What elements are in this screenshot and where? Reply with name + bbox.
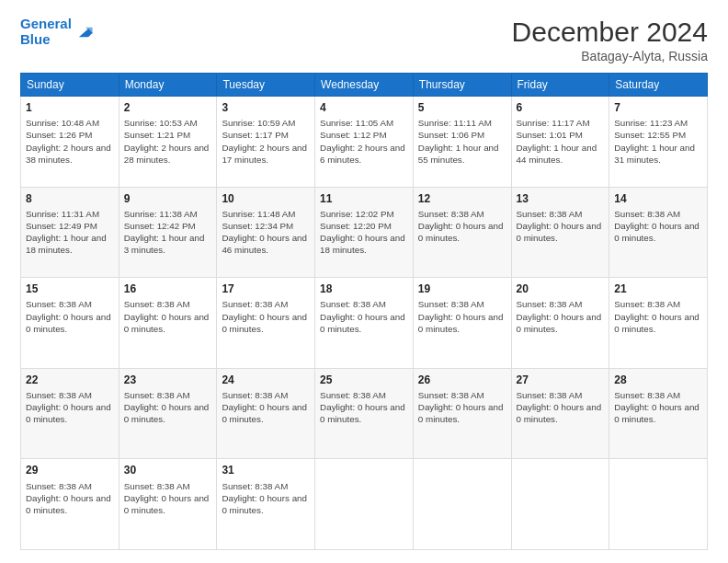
day-number: 29 [26,463,114,477]
day-number: 16 [124,282,212,296]
day-info: Sunrise: 12:02 PM Sunset: 12:20 PM Dayli… [320,208,408,257]
day-info: Sunrise: 11:31 AM Sunset: 12:49 PM Dayli… [26,208,114,257]
day-info: Sunset: 8:38 AM Daylight: 0 hours and 0 … [418,208,506,245]
day-number: 25 [320,373,408,387]
calendar-subtitle: Batagay-Alyta, Russia [512,49,708,63]
day-info: Sunset: 8:38 AM Daylight: 0 hours and 0 … [614,389,702,426]
table-row: 20Sunset: 8:38 AM Daylight: 0 hours and … [511,278,609,369]
table-row: 30Sunset: 8:38 AM Daylight: 0 hours and … [119,459,217,550]
table-row: 23Sunset: 8:38 AM Daylight: 0 hours and … [119,368,217,459]
day-number: 18 [320,282,408,296]
table-row: 3Sunrise: 10:59 AM Sunset: 1:17 PM Dayli… [217,97,315,188]
page: General Blue December 2024 Batagay-Alyta… [0,0,728,563]
table-row: 1Sunrise: 10:48 AM Sunset: 1:26 PM Dayli… [21,97,119,188]
table-row: 19Sunset: 8:38 AM Daylight: 0 hours and … [413,278,511,369]
table-row: 18Sunset: 8:38 AM Daylight: 0 hours and … [315,278,414,369]
day-info: Sunrise: 10:53 AM Sunset: 1:21 PM Daylig… [124,117,212,166]
day-number: 26 [418,373,506,387]
day-info: Sunrise: 11:11 AM Sunset: 1:06 PM Daylig… [418,117,506,166]
day-info: Sunset: 8:38 AM Daylight: 0 hours and 0 … [26,298,114,335]
table-row [511,459,609,550]
day-number: 15 [26,282,114,296]
day-number: 28 [614,373,702,387]
col-wednesday: Wednesday [315,74,414,97]
calendar-header-row: Sunday Monday Tuesday Wednesday Thursday… [21,74,708,97]
day-info: Sunset: 8:38 AM Daylight: 0 hours and 0 … [124,298,212,335]
table-row: 24Sunset: 8:38 AM Daylight: 0 hours and … [217,368,315,459]
table-row: 7Sunrise: 11:23 AM Sunset: 12:55 PM Dayl… [609,97,708,188]
table-row [315,459,414,550]
day-info: Sunset: 8:38 AM Daylight: 0 hours and 0 … [614,208,702,245]
logo-text: General Blue [20,17,72,47]
table-row: 31Sunset: 8:38 AM Daylight: 0 hours and … [217,459,315,550]
day-number: 5 [418,100,506,115]
day-number: 11 [320,191,408,206]
calendar-title: December 2024 [512,17,708,47]
day-number: 13 [517,191,605,206]
day-number: 1 [26,100,114,115]
table-row: 6Sunrise: 11:17 AM Sunset: 1:01 PM Dayli… [511,97,609,188]
day-number: 6 [517,100,605,115]
table-row: 21Sunset: 8:38 AM Daylight: 0 hours and … [609,278,708,369]
calendar-week-4: 22Sunset: 8:38 AM Daylight: 0 hours and … [21,368,708,459]
table-row: 29Sunset: 8:38 AM Daylight: 0 hours and … [21,459,119,550]
logo-icon [74,22,94,42]
table-row: 2Sunrise: 10:53 AM Sunset: 1:21 PM Dayli… [119,97,217,188]
day-info: Sunrise: 11:38 AM Sunset: 12:42 PM Dayli… [124,208,212,257]
table-row: 8Sunrise: 11:31 AM Sunset: 12:49 PM Dayl… [21,187,119,278]
day-info: Sunset: 8:38 AM Daylight: 0 hours and 0 … [517,389,605,426]
calendar-week-3: 15Sunset: 8:38 AM Daylight: 0 hours and … [21,278,708,369]
table-row: 10Sunrise: 11:48 AM Sunset: 12:34 PM Day… [217,187,315,278]
day-number: 23 [124,373,212,387]
day-number: 17 [222,282,310,296]
day-info: Sunset: 8:38 AM Daylight: 0 hours and 0 … [418,389,506,426]
day-number: 2 [124,100,212,115]
table-row: 27Sunset: 8:38 AM Daylight: 0 hours and … [511,368,609,459]
day-number: 21 [614,282,702,296]
calendar-week-1: 1Sunrise: 10:48 AM Sunset: 1:26 PM Dayli… [21,97,708,188]
day-info: Sunrise: 11:05 AM Sunset: 1:12 PM Daylig… [320,117,408,166]
table-row: 5Sunrise: 11:11 AM Sunset: 1:06 PM Dayli… [413,97,511,188]
day-info: Sunrise: 10:59 AM Sunset: 1:17 PM Daylig… [222,117,310,166]
table-row: 4Sunrise: 11:05 AM Sunset: 1:12 PM Dayli… [315,97,414,188]
table-row: 13Sunset: 8:38 AM Daylight: 0 hours and … [511,187,609,278]
calendar-week-2: 8Sunrise: 11:31 AM Sunset: 12:49 PM Dayl… [21,187,708,278]
table-row: 15Sunset: 8:38 AM Daylight: 0 hours and … [21,278,119,369]
table-row: 9Sunrise: 11:38 AM Sunset: 12:42 PM Dayl… [119,187,217,278]
day-info: Sunset: 8:38 AM Daylight: 0 hours and 0 … [26,389,114,426]
day-info: Sunrise: 10:48 AM Sunset: 1:26 PM Daylig… [26,117,114,166]
day-number: 27 [517,373,605,387]
day-info: Sunset: 8:38 AM Daylight: 0 hours and 0 … [26,480,114,517]
day-info: Sunset: 8:38 AM Daylight: 0 hours and 0 … [320,389,408,426]
day-info: Sunset: 8:38 AM Daylight: 0 hours and 0 … [517,208,605,245]
day-number: 20 [517,282,605,296]
col-saturday: Saturday [609,74,708,97]
day-number: 22 [26,373,114,387]
day-number: 7 [614,100,702,115]
day-info: Sunset: 8:38 AM Daylight: 0 hours and 0 … [517,298,605,335]
col-tuesday: Tuesday [217,74,315,97]
day-number: 3 [222,100,310,115]
day-info: Sunset: 8:38 AM Daylight: 0 hours and 0 … [124,389,212,426]
day-info: Sunset: 8:38 AM Daylight: 0 hours and 0 … [320,298,408,335]
title-block: December 2024 Batagay-Alyta, Russia [512,17,708,63]
col-thursday: Thursday [413,74,511,97]
day-number: 14 [614,191,702,206]
table-row: 16Sunset: 8:38 AM Daylight: 0 hours and … [119,278,217,369]
table-row: 11Sunrise: 12:02 PM Sunset: 12:20 PM Day… [315,187,414,278]
header: General Blue December 2024 Batagay-Alyta… [20,17,708,63]
day-number: 10 [222,191,310,206]
table-row: 17Sunset: 8:38 AM Daylight: 0 hours and … [217,278,315,369]
day-info: Sunset: 8:38 AM Daylight: 0 hours and 0 … [614,298,702,335]
table-row [413,459,511,550]
col-friday: Friday [511,74,609,97]
day-info: Sunset: 8:38 AM Daylight: 0 hours and 0 … [124,480,212,517]
day-number: 19 [418,282,506,296]
logo: General Blue [20,17,94,47]
day-number: 8 [26,191,114,206]
calendar-table: Sunday Monday Tuesday Wednesday Thursday… [20,73,708,550]
day-number: 30 [124,463,212,477]
day-info: Sunset: 8:38 AM Daylight: 0 hours and 0 … [222,389,310,426]
col-monday: Monday [119,74,217,97]
table-row: 26Sunset: 8:38 AM Daylight: 0 hours and … [413,368,511,459]
